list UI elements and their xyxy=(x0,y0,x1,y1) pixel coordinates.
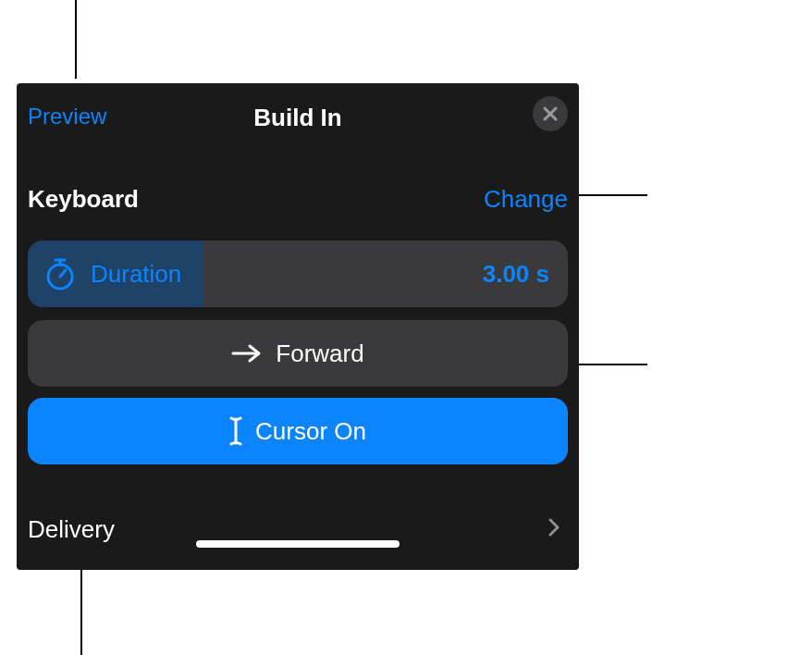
close-icon xyxy=(542,105,559,122)
effect-name-label: Keyboard xyxy=(28,185,139,214)
delivery-label: Delivery xyxy=(28,515,115,544)
duration-value: 3.00 s xyxy=(483,260,549,289)
duration-label: Duration xyxy=(91,260,181,289)
stopwatch-icon xyxy=(43,256,78,291)
drag-handle[interactable] xyxy=(196,540,400,548)
direction-button[interactable]: Forward xyxy=(28,320,568,387)
svg-line-7 xyxy=(60,270,66,277)
build-in-panel: Preview Build In Keyboard Change xyxy=(17,83,579,570)
chevron-right-icon xyxy=(547,517,560,541)
controls-group: Duration 3.00 s Forward Cursor On xyxy=(28,241,568,464)
panel-header: Preview Build In xyxy=(17,83,579,134)
close-button[interactable] xyxy=(533,96,568,131)
effect-row: Keyboard Change xyxy=(28,185,568,214)
arrow-right-icon xyxy=(231,342,263,365)
duration-control[interactable]: Duration 3.00 s xyxy=(28,241,568,307)
panel-title: Build In xyxy=(17,104,579,132)
change-button[interactable]: Change xyxy=(484,185,568,214)
direction-label: Forward xyxy=(276,340,363,368)
cursor-label: Cursor On xyxy=(255,417,366,446)
text-cursor-icon xyxy=(229,415,242,447)
cursor-button[interactable]: Cursor On xyxy=(28,398,568,464)
